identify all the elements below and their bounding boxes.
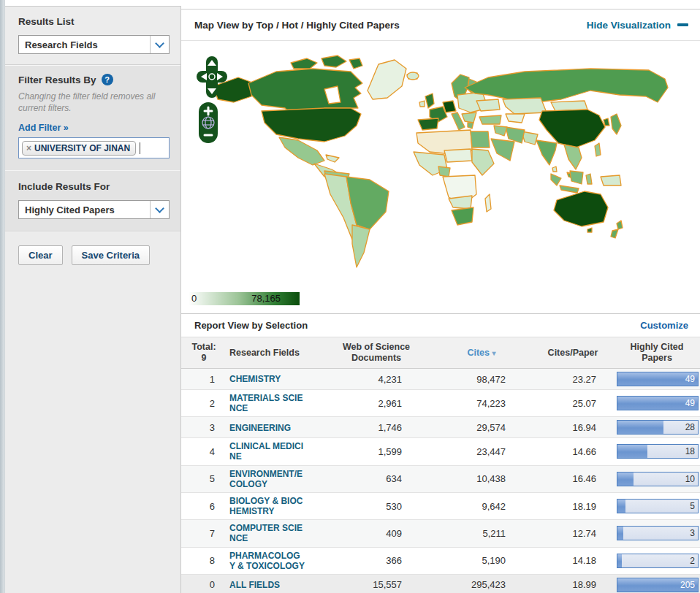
row-cites-per-paper: 16.46 (532, 465, 614, 492)
include-results-select[interactable]: Highly Cited Papers (18, 200, 170, 219)
row-wos-documents: 366 (322, 547, 431, 574)
customize-link[interactable]: Customize (640, 320, 688, 331)
highly-cited-papers-bar: 28 (617, 420, 699, 435)
collapse-minus-icon (677, 23, 688, 26)
research-field-link[interactable]: MATERIALS SCIENCE (229, 393, 305, 413)
main-panel: Map View by Top / Hot / Highly Cited Pap… (181, 0, 700, 593)
row-cites: 5,190 (431, 547, 532, 574)
row-field-cell: CHEMISTRY (227, 369, 322, 390)
row-cites: 295,423 (431, 574, 532, 593)
row-hcp-cell: 49 (614, 369, 700, 390)
column-header-cites[interactable]: Cites ▾ (431, 337, 532, 369)
row-field-cell: BIOLOGY & BIOCHEMISTRY (227, 492, 322, 519)
row-wos-documents: 4,231 (322, 369, 431, 390)
column-header-wos-documents: Web of Science Documents (322, 337, 431, 369)
map-view-header: Map View by Top / Hot / Highly Cited Pap… (181, 9, 700, 41)
row-field-cell: CLINICAL MEDICINE (227, 438, 322, 465)
research-field-link[interactable]: BIOLOGY & BIOCHEMISTRY (229, 496, 305, 516)
report-table-body: 1 CHEMISTRY 4,231 98,472 23.27 49 2 MATE… (181, 369, 700, 593)
highly-cited-papers-value: 10 (685, 474, 695, 484)
row-rank: 6 (181, 492, 227, 519)
map-zoom-control[interactable] (199, 102, 218, 143)
clear-button[interactable]: Clear (18, 245, 63, 265)
row-cites-per-paper: 14.66 (532, 438, 614, 465)
row-cites: 74,223 (431, 390, 532, 417)
filters-sidebar: Results List Research Fields Filter Resu… (5, 6, 181, 593)
filter-results-section: Filter Results By ? Changing the filter … (5, 64, 180, 170)
research-field-link[interactable]: ENGINEERING (229, 423, 305, 433)
highly-cited-papers-value: 205 (680, 580, 695, 590)
remove-filter-icon[interactable]: × (26, 144, 31, 153)
row-hcp-cell: 205 (614, 574, 700, 593)
map-pan-control[interactable] (196, 56, 228, 99)
table-row: 0 ALL FIELDS 15,557 295,423 18.99 205 (181, 574, 700, 593)
highly-cited-papers-bar: 10 (617, 472, 699, 486)
table-row: 3 ENGINEERING 1,746 29,574 16.94 28 (181, 417, 700, 438)
table-row: 1 CHEMISTRY 4,231 98,472 23.27 49 (181, 369, 700, 390)
text-caret (140, 142, 140, 154)
research-field-link[interactable]: ENVIRONMENT/ECOLOGY (229, 469, 305, 489)
help-icon[interactable]: ? (102, 74, 113, 85)
row-rank: 2 (181, 390, 227, 417)
highly-cited-papers-bar: 49 (617, 396, 699, 410)
column-header-highly-cited-papers: Highly Cited Papers (614, 337, 700, 369)
map-view-title: Map View by Top / Hot / Highly Cited Pap… (194, 20, 400, 31)
table-row: 4 CLINICAL MEDICINE 1,599 23,447 14.66 1… (181, 438, 700, 465)
row-cites-per-paper: 14.18 (532, 547, 614, 574)
row-cites: 23,447 (431, 438, 532, 465)
research-field-link[interactable]: ALL FIELDS (229, 580, 305, 590)
include-results-heading: Include Results For (18, 181, 167, 192)
research-field-link[interactable]: CHEMISTRY (229, 374, 305, 384)
include-results-select-button[interactable] (150, 201, 169, 218)
table-row: 5 ENVIRONMENT/ECOLOGY 634 10,438 16.46 1… (181, 465, 700, 492)
map-color-legend: 0 78,165 (189, 292, 300, 305)
highly-cited-papers-bar: 5 (617, 499, 699, 513)
table-row: 7 COMPUTER SCIENCE 409 5,211 12.74 3 (181, 520, 700, 547)
filter-chip-label: UNIVERSITY OF JINAN (34, 143, 130, 153)
highly-cited-papers-value: 49 (685, 398, 695, 408)
legend-min-value: 0 (191, 293, 197, 304)
highly-cited-papers-bar: 49 (617, 372, 699, 386)
research-field-link[interactable]: CLINICAL MEDICINE (229, 441, 305, 462)
results-list-select-button[interactable] (150, 36, 169, 53)
report-view-title: Report View by Selection (194, 320, 308, 331)
report-view-header: Report View by Selection Customize (181, 314, 700, 337)
report-table: Total: 9 Research Fields Web of Science … (181, 337, 700, 593)
results-list-select[interactable]: Research Fields (18, 35, 170, 54)
row-hcp-cell: 28 (614, 417, 700, 438)
row-cites-per-paper: 25.07 (532, 390, 614, 417)
highly-cited-papers-bar: 18 (617, 444, 699, 459)
row-hcp-cell: 5 (614, 492, 700, 519)
row-rank: 8 (181, 547, 227, 574)
column-header-total: Total: 9 (181, 337, 227, 369)
row-cites: 98,472 (431, 369, 532, 390)
add-filter-link[interactable]: Add Filter » (18, 123, 69, 133)
row-rank: 3 (181, 417, 227, 438)
row-cites: 5,211 (431, 520, 532, 547)
choropleth-world-map[interactable] (181, 41, 700, 314)
row-cites-per-paper: 12.74 (532, 520, 614, 547)
filter-results-heading: Filter Results By (18, 74, 96, 85)
row-rank: 4 (181, 438, 227, 465)
legend-max-value: 78,165 (251, 293, 281, 304)
chevron-down-icon (155, 204, 164, 213)
highly-cited-papers-bar: 205 (617, 578, 699, 592)
hide-visualization-link[interactable]: Hide Visualization (587, 20, 688, 31)
bar-fill (617, 445, 647, 458)
bar-fill (617, 421, 663, 434)
save-criteria-button[interactable]: Save Criteria (72, 245, 151, 265)
chevron-down-icon (155, 39, 164, 48)
filter-input[interactable]: × UNIVERSITY OF JINAN (18, 137, 170, 158)
row-wos-documents: 409 (322, 520, 431, 547)
include-results-section: Include Results For Highly Cited Papers (5, 170, 180, 231)
bar-fill (617, 500, 625, 513)
research-field-link[interactable]: COMPUTER SCIENCE (229, 523, 305, 543)
row-field-cell: MATERIALS SCIENCE (227, 390, 322, 417)
row-rank: 0 (181, 574, 227, 593)
research-field-link[interactable]: PHARMACOLOGY & TOXICOLOGY (229, 551, 305, 571)
row-cites-per-paper: 18.19 (532, 492, 614, 519)
report-table-header-row: Total: 9 Research Fields Web of Science … (181, 337, 700, 369)
bar-fill (617, 527, 623, 540)
bar-fill (617, 473, 634, 486)
column-header-research-fields: Research Fields (227, 337, 322, 369)
